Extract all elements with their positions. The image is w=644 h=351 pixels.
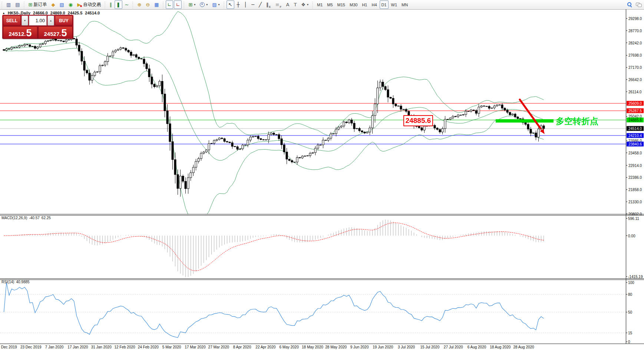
date-tick-label: 17 Mar 2020 [185, 345, 205, 349]
cursor-button[interactable]: ↖ [227, 0, 234, 9]
toolbar-grip[interactable] [104, 1, 106, 8]
toolbar-grip[interactable] [162, 1, 164, 8]
price-annotation-box[interactable]: 24885.6 [403, 115, 433, 126]
sell-button[interactable]: SELL [3, 16, 21, 26]
tf-m30-button[interactable]: M30 [348, 0, 359, 9]
buy-button[interactable]: BUY [55, 16, 73, 26]
rsi-indicator [0, 283, 626, 338]
horizontal-line-button[interactable]: ─ [250, 0, 256, 9]
tf-m5-label: M5 [327, 3, 333, 7]
axis-label: 22386.0 [628, 176, 642, 180]
text-icon: A [286, 2, 289, 7]
crosshair-icon: ┼ [237, 2, 240, 7]
date-tick-label: 28 Aug 2020 [513, 345, 534, 349]
date-tick-label: 8 Apr 2020 [233, 345, 251, 349]
price-level-badge: 24885.6 [627, 118, 644, 123]
fibonacci-button[interactable]: ≡F [274, 0, 284, 9]
arrows-dropdown-icon[interactable]: ▾ [307, 3, 308, 6]
date-tick-label: 12 Feb 2020 [114, 345, 135, 349]
volume-increase-button[interactable]: ▲ [47, 16, 54, 26]
axis-label: 20802.0 [628, 212, 642, 216]
toolbar-grip[interactable] [23, 1, 25, 8]
text-label-button[interactable]: T [292, 0, 298, 9]
one-click-trading-panel: SELL ▼ 1.00 ▲ BUY 24512. 5 24527. 5 [2, 15, 73, 39]
pivot-note-text[interactable]: 多空转折点 [556, 116, 598, 127]
toolbar-grip[interactable] [1, 1, 3, 8]
trendline-button[interactable]: ╱ [257, 0, 264, 9]
templates-dropdown-icon[interactable]: ▾ [218, 3, 220, 6]
crosshair-button[interactable]: ┼ [235, 0, 242, 9]
market-watch-button[interactable]: ▤ [13, 0, 22, 9]
tf-mn-button[interactable]: MN [400, 0, 410, 9]
date-tick-label: 9 Jun 2020 [350, 345, 369, 349]
equidistant-channel-icon: ∥ [266, 2, 269, 7]
horizontal-level-lines[interactable] [0, 103, 626, 144]
sell-price-button[interactable]: 24512. 5 [3, 26, 37, 39]
arrows-button[interactable]: ❖▾ [299, 0, 310, 9]
buy-price-button[interactable]: 24527. 5 [38, 26, 73, 39]
periods-button[interactable]: ▾ [198, 0, 209, 9]
volume-decrease-button[interactable]: ▼ [22, 16, 28, 26]
zoom-in-button[interactable]: ⊕ [135, 0, 143, 9]
vertical-line-button[interactable]: │ [242, 0, 249, 9]
zoom-out-button[interactable]: ⊖ [144, 0, 152, 9]
toolbar-grip[interactable] [223, 1, 225, 8]
axis-label: 21858.0 [628, 188, 642, 192]
add-indicator-dropdown-icon[interactable]: ▾ [194, 3, 195, 6]
fibonacci-sub-icon: F [280, 5, 282, 9]
new-chart-button[interactable]: ▥ [4, 0, 13, 9]
support-highlight-bar[interactable] [496, 119, 554, 123]
add-indicator-button[interactable]: ⊞▾ [186, 0, 197, 9]
buy-price-pips: 5 [61, 28, 67, 38]
text-button[interactable]: A [284, 0, 291, 9]
tf-w1-button[interactable]: W1 [389, 0, 399, 9]
time-scale[interactable]: 1 Dec 201923 Dec 20197 Jan 202017 Jan 20… [0, 344, 644, 351]
axis-label: 26114.0 [628, 90, 641, 94]
volume-input[interactable]: 1.00 [29, 16, 47, 26]
macd-signal-value: 62.25 [42, 216, 51, 220]
templates-button[interactable]: ▨▾ [210, 0, 221, 9]
tile-windows-button[interactable]: ▦ [152, 0, 161, 9]
date-tick-label: 19 Jun 2020 [373, 345, 393, 349]
axis-label: 28770.0 [628, 29, 642, 33]
axis-label: 27170.0 [628, 66, 642, 70]
macd-label: MACD(12,26,9) -40.57 62.25 [1, 216, 51, 220]
axis-label: 596.11 [628, 216, 639, 220]
vertical-line-icon: │ [244, 2, 247, 7]
axis-label: 50 [628, 310, 632, 314]
tf-m1-button[interactable]: M1 [315, 0, 324, 9]
toolbar-grip[interactable] [132, 1, 134, 8]
new-order-button[interactable]: ⊞新订单 [27, 0, 49, 9]
bar-chart-button[interactable]: ∥ [108, 0, 114, 9]
autotrading-button[interactable]: ▶自动交易 [75, 0, 103, 9]
sell-price: 24512. [9, 30, 26, 38]
chat-icon[interactable] [636, 3, 642, 7]
candlestick-chart-button[interactable]: ❚ [115, 0, 122, 9]
tf-d1-button[interactable]: D1 [380, 0, 389, 9]
line-chart-button[interactable]: ~ [123, 0, 131, 9]
chart-canvas[interactable] [0, 9, 644, 351]
signals-button[interactable]: ◉ [67, 0, 75, 9]
axis-label: -1415.19 [628, 274, 643, 278]
periods-dropdown-icon[interactable]: ▾ [206, 3, 208, 6]
strategy-tester-button[interactable]: ∟ [174, 0, 182, 9]
trend-annotations[interactable] [496, 100, 554, 134]
data-window-button[interactable]: ∟ [166, 0, 174, 9]
date-tick-label: 6 May 2020 [279, 345, 298, 349]
macd-name: MACD(12,26,9) [1, 216, 27, 220]
toolbar-grip[interactable] [183, 1, 185, 8]
market-button[interactable]: ▧ [58, 0, 66, 9]
history-center-icon: ◆ [52, 2, 55, 7]
tf-m5-button[interactable]: M5 [325, 0, 334, 9]
search-icon[interactable] [627, 2, 632, 7]
tf-m15-button[interactable]: M15 [336, 0, 347, 9]
tf-h1-label: H1 [362, 3, 367, 7]
collapse-icon[interactable]: ▲ [2, 11, 5, 15]
history-center-button[interactable]: ◆ [50, 0, 57, 9]
tf-h1-button[interactable]: H1 [360, 0, 369, 9]
axis-label: 21330.0 [628, 200, 642, 204]
toolbar-grip[interactable] [312, 1, 314, 8]
equidistant-channel-button[interactable]: ∥E [264, 0, 273, 9]
tf-h4-button[interactable]: H4 [370, 0, 379, 9]
tf-h4-label: H4 [371, 3, 377, 7]
